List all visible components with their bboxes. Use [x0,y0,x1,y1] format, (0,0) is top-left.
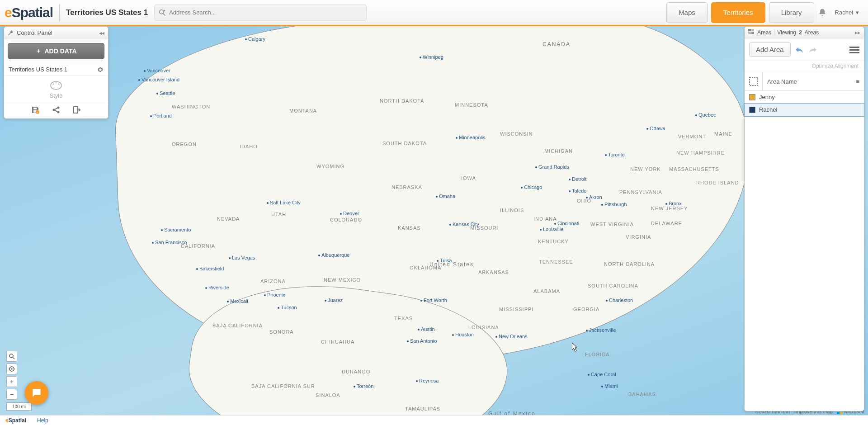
city-label: Toronto [605,152,625,157]
chat-button[interactable] [25,381,48,405]
state-label: BAJA CALIFORNIA [212,323,263,328]
state-label: MINNESOTA [455,102,488,108]
state-label: TEXAS [394,316,413,321]
column-menu-icon[interactable]: ≡ [856,78,859,85]
area-row[interactable]: Rachel [745,104,864,116]
plus-icon: ＋ [35,47,42,55]
collapse-panel-icon[interactable]: ◂◂ [99,30,104,36]
areas-panel: Areas Viewing 2 Areas ▸▸ Add Area Optimi… [744,26,864,411]
control-panel: Control Panel ◂◂ ＋ ADD DATA Territories … [4,26,108,119]
expand-panel-icon[interactable]: ▸▸ [855,29,860,36]
city-label: Denver [340,211,359,216]
share-icon[interactable] [52,106,60,114]
zoom-in-button[interactable]: + [6,376,17,387]
state-label: RHODE ISLAND [696,180,739,185]
state-label: NEW JERSEY [651,206,688,211]
city-label: Cape Coral [588,372,616,377]
nav-maps[interactable]: Maps [666,2,708,23]
city-label: Seattle [156,90,175,96]
svg-point-26 [11,368,13,370]
zoom-out-button[interactable]: − [6,389,17,400]
viewing-suffix: Areas [805,29,819,36]
nav-library[interactable]: Library [769,2,814,23]
city-label: Torreón [354,383,373,389]
areas-icon [748,29,755,36]
state-label: LOUISIANA [468,325,499,330]
redo-icon[interactable] [808,46,818,54]
chevron-down-icon: ▾ [856,9,859,16]
svg-line-24 [13,357,14,359]
state-label: MISSISSIPPI [499,307,533,312]
city-label: Portland [150,113,172,118]
state-label: SONORA [269,329,294,335]
search-input[interactable] [169,9,363,16]
state-label: IDAHO [240,144,258,149]
zoom-rect-icon[interactable] [6,351,17,362]
user-menu[interactable]: Rachel ▾ [830,6,863,19]
footer-brand[interactable]: eSpatial [5,417,26,424]
area-list: JennyRachel [745,91,864,116]
city-label: Detroit [569,176,586,182]
svg-point-6 [58,84,60,85]
state-label: OKLAHOMA [410,265,441,270]
svg-point-2 [164,9,165,11]
address-search[interactable] [154,5,367,21]
state-label: TENNESSEE [539,259,573,264]
pin-search-icon [158,9,166,17]
areas-toolbar: Add Area [745,38,864,61]
area-name: Rachel [759,106,777,113]
city-label: San Francisco [152,240,187,245]
undo-icon[interactable] [794,46,804,54]
state-label: KENTUCKY [538,239,569,244]
layer-row[interactable]: Territories US States 1 [4,63,108,76]
city-label: Mexicali [227,298,248,304]
style-block[interactable]: Style [4,76,108,102]
city-label: Chicago [521,184,542,190]
city-label: Grand Rapids [535,164,569,170]
city-label: Vancouver [144,68,170,73]
area-row[interactable]: Jenny [745,91,864,104]
help-link[interactable]: Help [37,417,48,424]
svg-rect-16 [751,29,754,31]
state-label: ARKANSAS [478,269,509,275]
areas-panel-header: Areas Viewing 2 Areas ▸▸ [745,27,864,38]
optimize-alignment-link[interactable]: Optimize Alignment [745,61,864,72]
state-label: NEW HAMPSHIRE [676,150,725,156]
divider [59,5,60,21]
state-label: MASSACHUSETTS [669,166,719,172]
svg-point-23 [9,354,13,358]
add-area-button[interactable]: Add Area [749,42,791,57]
export-icon[interactable] [73,106,81,114]
city-label: Houston [452,332,474,337]
nav-territories[interactable]: Territories [711,2,765,23]
city-label: Winnipeg [420,54,443,60]
areas-tab-label[interactable]: Areas [757,29,771,36]
notifications-icon[interactable] [818,8,827,18]
state-label: WEST VIRGINIA [590,222,634,227]
hamburger-menu-icon[interactable] [849,46,859,54]
map-canvas[interactable]: CANADAUnited StatesMexicoGulf of MexicoW… [0,26,868,415]
state-label: GEORGIA [573,307,599,312]
area-name-column-header[interactable]: Area Name ≡ [763,74,864,90]
add-data-button[interactable]: ＋ ADD DATA [8,43,104,59]
city-label: Juarez [325,298,343,303]
gear-icon[interactable] [97,66,104,73]
style-label: Style [4,92,108,99]
state-label: DELAWARE [651,221,682,226]
state-label: MAINE [714,131,732,137]
city-label: Charleston [606,298,633,303]
footer: eSpatial Help [0,415,868,425]
logo[interactable]: eSpatial [5,5,53,20]
city-label: Toledo [569,188,586,194]
city-label: Riverside [205,285,229,290]
state-label: OREGON [172,142,197,147]
select-tool-icon[interactable] [745,72,763,90]
locate-icon[interactable] [6,364,17,374]
state-label: ALABAMA [533,288,560,294]
state-label: TAMAULIPAS [405,406,440,411]
save-icon[interactable]: ! [31,106,39,114]
state-label: SOUTH DAKOTA [382,141,427,146]
state-label: ILLINOIS [500,208,524,213]
country-label: Gulf of Mexico [488,411,536,415]
city-label: Bronx [665,201,682,206]
